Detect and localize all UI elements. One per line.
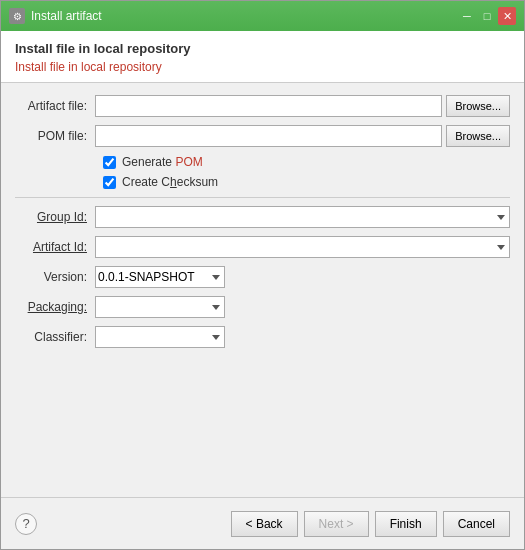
generate-pom-label[interactable]: Generate POM xyxy=(122,155,203,169)
help-button[interactable]: ? xyxy=(15,513,37,535)
generate-pom-row: Generate POM xyxy=(103,155,510,169)
group-id-label: Group Id: xyxy=(15,210,95,224)
artifact-file-row: Artifact file: Browse... xyxy=(15,95,510,117)
section-header: Install file in local repository Install… xyxy=(1,31,524,83)
footer-left: ? xyxy=(15,513,37,535)
app-icon: ⚙ xyxy=(9,8,25,24)
title-bar-controls: ─ □ ✕ xyxy=(458,7,516,25)
cancel-button[interactable]: Cancel xyxy=(443,511,510,537)
artifact-file-input[interactable] xyxy=(95,95,442,117)
content-area: Install file in local repository Install… xyxy=(1,31,524,497)
pom-file-row: POM file: Browse... xyxy=(15,125,510,147)
minimize-button[interactable]: ─ xyxy=(458,7,476,25)
main-window: ⚙ Install artifact ─ □ ✕ Install file in… xyxy=(0,0,525,550)
pom-file-input[interactable] xyxy=(95,125,442,147)
section-title: Install file in local repository xyxy=(15,41,510,56)
title-bar: ⚙ Install artifact ─ □ ✕ xyxy=(1,1,524,31)
create-checksum-row: Create Checksum xyxy=(103,175,510,189)
version-label: Version: xyxy=(15,270,95,284)
packaging-select[interactable] xyxy=(95,296,225,318)
next-button[interactable]: Next > xyxy=(304,511,369,537)
window-title: Install artifact xyxy=(31,9,102,23)
maximize-button[interactable]: □ xyxy=(478,7,496,25)
create-checksum-label[interactable]: Create Checksum xyxy=(122,175,218,189)
generate-pom-checkbox[interactable] xyxy=(103,156,116,169)
artifact-id-row: Artifact Id: xyxy=(15,236,510,258)
pom-file-browse-button[interactable]: Browse... xyxy=(446,125,510,147)
artifact-id-label: Artifact Id: xyxy=(15,240,95,254)
footer: ? < Back Next > Finish Cancel xyxy=(1,497,524,549)
form-separator xyxy=(15,197,510,198)
finish-button[interactable]: Finish xyxy=(375,511,437,537)
version-row: Version: 0.0.1-SNAPSHOT xyxy=(15,266,510,288)
pom-file-label: POM file: xyxy=(15,129,95,143)
packaging-row: Packaging: xyxy=(15,296,510,318)
title-bar-left: ⚙ Install artifact xyxy=(9,8,102,24)
classifier-select[interactable] xyxy=(95,326,225,348)
footer-buttons: < Back Next > Finish Cancel xyxy=(231,511,510,537)
classifier-label: Classifier: xyxy=(15,330,95,344)
packaging-label: Packaging: xyxy=(15,300,95,314)
group-id-select[interactable] xyxy=(95,206,510,228)
artifact-file-label: Artifact file: xyxy=(15,99,95,113)
group-id-row: Group Id: xyxy=(15,206,510,228)
form-area: Artifact file: Browse... POM file: Brows… xyxy=(1,83,524,497)
section-subtitle: Install file in local repository xyxy=(15,60,510,74)
artifact-id-select[interactable] xyxy=(95,236,510,258)
back-button[interactable]: < Back xyxy=(231,511,298,537)
version-select[interactable]: 0.0.1-SNAPSHOT xyxy=(95,266,225,288)
create-checksum-checkbox[interactable] xyxy=(103,176,116,189)
close-button[interactable]: ✕ xyxy=(498,7,516,25)
artifact-file-browse-button[interactable]: Browse... xyxy=(446,95,510,117)
classifier-row: Classifier: xyxy=(15,326,510,348)
